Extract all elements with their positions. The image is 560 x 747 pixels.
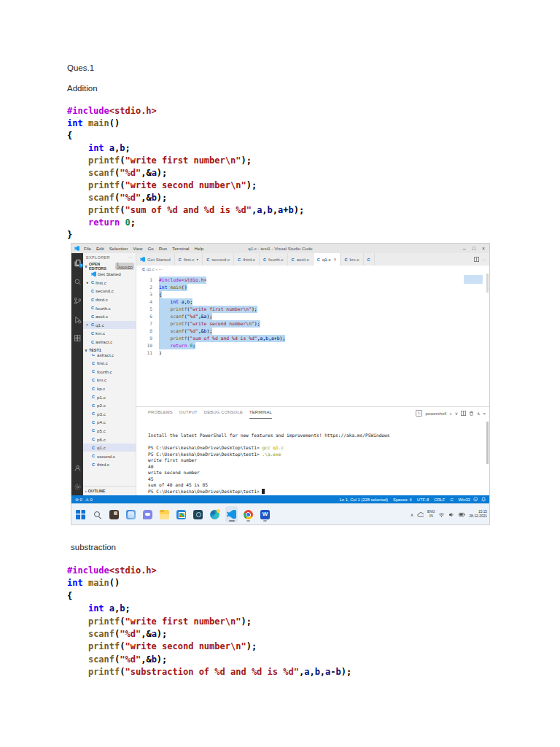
status-item-c[interactable]: C	[450, 498, 453, 502]
file-q1-c[interactable]: Cq1.c	[83, 444, 136, 452]
taskbar-file-explorer-icon[interactable]	[158, 506, 171, 522]
open-editors-section[interactable]: ∨ OPEN EDITORS 1 UNSAVED	[83, 262, 136, 270]
extensions-icon[interactable]	[71, 333, 83, 344]
file-p2-c[interactable]: Cp2.c	[83, 401, 136, 410]
folder-section[interactable]: ∨ TEST1	[83, 346, 136, 354]
tab-partial[interactable]: C	[364, 253, 375, 266]
settings-gear-icon[interactable]	[71, 481, 83, 492]
close-panel-icon[interactable]: ×	[483, 411, 486, 416]
errors-indicator[interactable]: ⊘ 0	[75, 498, 82, 502]
taskbar-widgets-icon[interactable]	[125, 506, 137, 522]
tab-q1-c[interactable]: Cq1.c×	[314, 253, 341, 266]
file-p4-c[interactable]: Cp4.c	[83, 418, 136, 427]
search-icon[interactable]	[71, 276, 83, 287]
onedrive-cloud-icon[interactable]	[417, 511, 424, 518]
terminal-scrollbar[interactable]	[486, 422, 489, 464]
tab-ascii-c[interactable]: Cascii.c	[288, 253, 314, 266]
open-editor-second-c[interactable]: Csecond.c	[83, 287, 136, 295]
close-button[interactable]: ×	[482, 246, 485, 251]
minimize-button[interactable]: –	[463, 246, 466, 251]
status-item-win32[interactable]: Win32	[459, 498, 470, 502]
open-editor-km-c[interactable]: Ckm.c	[83, 329, 136, 338]
file-second-c[interactable]: Csecond.c	[83, 452, 136, 460]
taskbar-chrome-icon[interactable]	[242, 506, 254, 522]
menu-selection[interactable]: Selection	[109, 246, 128, 251]
open-editor-get-started[interactable]: Get Started	[83, 270, 136, 279]
taskbar-chat-icon[interactable]	[141, 506, 154, 522]
battery-icon[interactable]	[459, 511, 465, 518]
breadcrumb[interactable]: C q1.c › ⋯	[136, 266, 489, 272]
menu-file[interactable]: File	[84, 246, 91, 251]
kill-terminal-icon[interactable]	[469, 411, 474, 417]
panel-tab-debug-console[interactable]: DEBUG CONSOLE	[204, 407, 243, 419]
tray-expand-icon[interactable]: ∧	[411, 512, 413, 517]
file-third-c[interactable]: Cthird.c	[83, 460, 136, 469]
taskbar-start-icon[interactable]	[74, 506, 87, 522]
clock[interactable]: 15:15 28-12-2021	[469, 510, 487, 519]
taskbar-edge-icon[interactable]	[209, 506, 221, 522]
file-first-c[interactable]: Cfirst.c	[83, 359, 136, 368]
tab-second-c[interactable]: Csecond.c	[203, 253, 234, 266]
menu-run[interactable]: Run	[159, 246, 167, 251]
panel-tab-output[interactable]: OUTPUT	[179, 407, 198, 419]
code-editor[interactable]: 1234567891011 #include<stdio.h>int main(…	[136, 272, 489, 406]
editor-code[interactable]: #include<stdio.h>int main(){ int a,b; pr…	[156, 272, 489, 406]
file-p5-c[interactable]: Cp5.c	[83, 427, 136, 436]
open-editor-asfract-c[interactable]: Casfract.c	[83, 338, 136, 347]
shell-label[interactable]: powershell	[425, 411, 446, 416]
taskbar-search-icon[interactable]	[91, 506, 104, 522]
status-item-spaces-4[interactable]: Spaces: 4	[393, 498, 412, 502]
maximize-button[interactable]: □	[472, 246, 475, 251]
chevron-down-icon[interactable]: ∨	[455, 411, 458, 416]
account-icon[interactable]	[71, 462, 83, 473]
menu-go[interactable]: Go	[147, 246, 153, 251]
panel-tab-problems[interactable]: PROBLEMS	[148, 407, 173, 419]
explorer-icon[interactable]: 1	[71, 257, 83, 268]
more-actions-icon[interactable]: ···	[128, 255, 133, 260]
menu-terminal[interactable]: Terminal	[172, 246, 189, 251]
taskbar-app-icon[interactable]	[192, 506, 204, 522]
open-editor-first-c[interactable]: ●Cfirst.c	[83, 279, 136, 287]
taskbar-word-icon[interactable]	[259, 506, 271, 522]
maximize-panel-icon[interactable]: ∧	[477, 411, 480, 416]
file-kp-c[interactable]: Ckp.c	[83, 384, 136, 393]
taskbar-store-icon[interactable]	[175, 506, 187, 522]
file-p1-c[interactable]: Cp1.c	[83, 392, 136, 401]
more-actions-icon[interactable]: ···	[482, 258, 486, 262]
menu-view[interactable]: View	[133, 246, 142, 251]
open-editor-ascii-c[interactable]: Cascii.c	[83, 312, 136, 321]
file-p6-c[interactable]: Cp6.c	[83, 435, 136, 444]
file-km-c[interactable]: Ckm.c	[83, 376, 136, 384]
warnings-indicator[interactable]: ⚠ 0	[85, 498, 93, 502]
terminal[interactable]: Install the latest PowerShell for new fe…	[136, 418, 489, 495]
panel-tab-terminal[interactable]: TERMINAL	[249, 407, 272, 419]
menu-edit[interactable]: Edit	[96, 246, 104, 251]
open-editor-q1-c[interactable]: ×Cq1.c	[83, 321, 136, 330]
tab-third-c[interactable]: Cthird.c	[234, 253, 260, 266]
file-fourth-c[interactable]: Cfourth.c	[83, 368, 136, 376]
close-icon[interactable]: ×	[334, 257, 337, 262]
taskbar-vscode-icon[interactable]	[225, 506, 238, 522]
file-p3-c[interactable]: Cp3.c	[83, 410, 136, 419]
open-editor-third-c[interactable]: Cthird.c	[83, 295, 136, 304]
split-terminal-icon[interactable]	[461, 411, 466, 417]
tab-fourth-c[interactable]: Cfourth.c	[260, 253, 288, 266]
status-item-utf-8[interactable]: UTF-8	[417, 498, 429, 502]
source-control-icon[interactable]	[71, 295, 83, 306]
outline-section[interactable]: › OUTLINE	[83, 486, 136, 495]
open-editor-fourth-c[interactable]: Cfourth.c	[83, 303, 136, 312]
feedback-icon[interactable]	[473, 497, 478, 502]
language-indicator[interactable]: ENG IN	[427, 510, 435, 518]
status-item-crlf[interactable]: CRLF	[434, 498, 445, 502]
tab-first-c[interactable]: Cfirst.c●	[175, 253, 203, 266]
tab-km-c[interactable]: Ckm.c	[341, 253, 363, 266]
taskbar-task-view-icon[interactable]	[108, 506, 120, 522]
split-editor-icon[interactable]	[474, 257, 479, 263]
menu-help[interactable]: Help	[194, 246, 203, 251]
minimap[interactable]	[464, 275, 483, 284]
notifications-bell-icon[interactable]	[481, 497, 486, 502]
new-terminal-icon[interactable]: +	[449, 411, 452, 416]
tab-get-started[interactable]: Get Started	[136, 253, 175, 266]
status-item-ln-1-col-1-228-selected[interactable]: Ln 1, Col 1 (228 selected)	[340, 498, 388, 502]
wifi-icon[interactable]	[438, 511, 445, 518]
